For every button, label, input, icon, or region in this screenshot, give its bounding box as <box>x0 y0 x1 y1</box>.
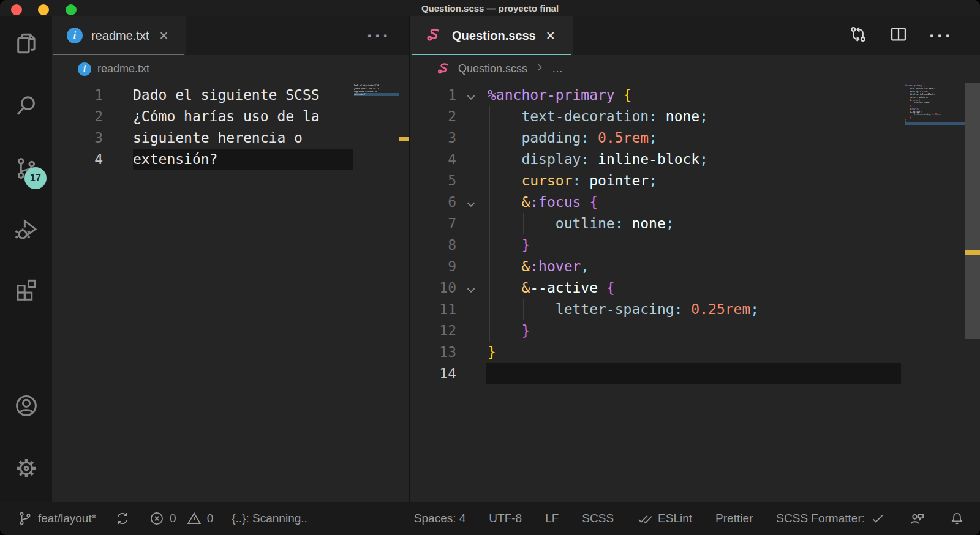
run-debug-icon[interactable] <box>12 215 41 244</box>
close-tab-icon[interactable]: ✕ <box>157 29 170 43</box>
git-branch-icon <box>17 511 33 526</box>
breadcrumb-left[interactable]: i readme.txt <box>52 55 409 83</box>
tab-bar-right: Question.scss ✕ ··· <box>410 16 980 55</box>
info-file-icon: i <box>78 62 91 76</box>
code-line[interactable]: 13} <box>410 342 980 363</box>
line-number: 5 <box>410 170 456 192</box>
breadcrumb-right[interactable]: Question.scss … <box>410 55 980 83</box>
scss-formatter-status[interactable]: SCSS Formatter: <box>776 511 886 526</box>
scrollbar-vertical[interactable] <box>965 83 980 339</box>
overview-ruler-marker <box>399 137 409 141</box>
code-line[interactable]: 4 display: inline-block; <box>410 149 980 170</box>
breadcrumb-item[interactable]: readme.txt <box>97 62 149 75</box>
errors-icon <box>149 511 165 526</box>
minimap-content: Dado el siguiente SCSS¿Cómo harías uso d… <box>354 84 360 96</box>
line-number: 2 <box>52 106 103 127</box>
code-text: ¿Cómo harías uso de la <box>133 106 320 127</box>
minimap-right[interactable]: %anchor-primary { text-decoration: none;… <box>905 84 965 384</box>
tab-label: readme.txt <box>91 29 149 43</box>
code-text: &--active { <box>488 277 615 299</box>
indentation-status[interactable]: Spaces: 4 <box>414 512 466 525</box>
code-text: extensión? <box>133 149 217 170</box>
code-line[interactable]: 14 <box>410 363 980 384</box>
editor-question-scss[interactable]: 1%anchor-primary {2 text-decoration: non… <box>410 83 980 502</box>
code-line[interactable]: 3 padding: 0.5rem; <box>410 127 980 149</box>
close-tab-icon[interactable]: ✕ <box>545 29 557 43</box>
code-text: siguiente herencia o <box>133 127 303 149</box>
sync-icon <box>115 511 130 526</box>
eslint-scanning-status[interactable]: {..}: Scanning.. <box>232 512 307 525</box>
code-line[interactable]: 1%anchor-primary { <box>410 84 980 106</box>
open-changes-icon[interactable] <box>848 24 868 47</box>
eol-status[interactable]: LF <box>545 512 559 525</box>
code-text: text-decoration: none; <box>488 106 708 127</box>
sync-button[interactable] <box>115 511 130 526</box>
breadcrumb-item[interactable]: … <box>552 62 563 75</box>
split-editor-icon[interactable] <box>889 24 908 47</box>
info-file-icon: i <box>67 28 83 43</box>
breadcrumb-item[interactable]: Question.scss <box>458 62 527 75</box>
explorer-icon[interactable] <box>12 29 41 58</box>
code-line[interactable]: 6 &:focus { <box>410 192 980 213</box>
maximize-window-button[interactable] <box>66 4 77 15</box>
minimize-window-button[interactable] <box>38 4 49 15</box>
encoding-status[interactable]: UTF-8 <box>489 512 522 525</box>
vscode-window: Question.scss — proyecto final 17 <box>0 0 980 535</box>
code-line[interactable]: 11 letter-spacing: 0.25rem; <box>410 299 980 320</box>
accounts-icon[interactable] <box>12 391 41 421</box>
notifications-button[interactable] <box>949 511 965 527</box>
code-line[interactable]: 5 cursor: pointer; <box>410 170 980 192</box>
tab-question-scss[interactable]: Question.scss ✕ <box>410 16 573 55</box>
overview-ruler-marker <box>965 250 980 255</box>
close-window-button[interactable] <box>11 4 22 15</box>
code-text: outline: none; <box>488 213 674 234</box>
search-icon[interactable] <box>12 91 41 121</box>
branch-status[interactable]: feat/layout* <box>17 511 96 526</box>
code-text: } <box>488 320 530 342</box>
line-number: 3 <box>410 127 456 149</box>
code-text: padding: 0.5rem; <box>488 127 657 149</box>
code-line[interactable]: 9 &:hover, <box>410 256 980 277</box>
current-line-highlight <box>486 363 901 384</box>
minimap-content: %anchor-primary { text-decoration: none;… <box>905 84 913 125</box>
feedback-button[interactable] <box>909 511 925 527</box>
prettier-status[interactable]: Prettier <box>715 512 753 525</box>
source-control-badge: 17 <box>24 167 47 189</box>
check-all-icon <box>637 511 653 526</box>
problems-status[interactable]: 0 0 <box>149 511 213 526</box>
line-number: 10 <box>410 277 456 299</box>
editor-readme[interactable]: 1Dado el siguiente SCSS2¿Cómo harías uso… <box>52 83 409 502</box>
code-line[interactable]: 12 } <box>410 320 980 342</box>
code-line[interactable]: 10 &--active { <box>410 277 980 299</box>
code-line[interactable]: 2 text-decoration: none; <box>410 106 980 127</box>
line-number: 6 <box>410 192 456 213</box>
code-text: cursor: pointer; <box>488 170 657 192</box>
language-mode-status[interactable]: SCSS <box>582 512 614 525</box>
eslint-status[interactable]: ESLint <box>637 511 692 526</box>
line-number: 3 <box>52 127 103 149</box>
minimap-left[interactable]: Dado el siguiente SCSS¿Cómo harías uso d… <box>354 84 399 170</box>
line-number: 1 <box>52 84 103 106</box>
tab-readme-txt[interactable]: i readme.txt ✕ <box>52 16 186 55</box>
more-actions-icon[interactable]: ··· <box>929 31 953 40</box>
warnings-icon <box>186 511 202 526</box>
line-number: 8 <box>410 234 456 256</box>
check-icon <box>870 511 886 526</box>
tab-bar-left: i readme.txt ✕ ··· <box>52 16 409 55</box>
code-text: letter-spacing: 0.25rem; <box>488 299 759 320</box>
more-actions-icon[interactable]: ··· <box>367 31 391 40</box>
line-number: 7 <box>410 213 456 234</box>
chevron-right-icon <box>533 61 546 77</box>
settings-gear-icon[interactable] <box>12 454 41 483</box>
line-number: 2 <box>410 106 456 127</box>
active-tab-indicator <box>53 54 184 56</box>
code-line[interactable]: 8 } <box>410 234 980 256</box>
code-text: } <box>488 342 496 363</box>
code-line[interactable]: 7 outline: none; <box>410 213 980 234</box>
bell-icon <box>949 511 965 527</box>
editor-group-right: Question.scss ✕ ··· Q <box>410 16 980 502</box>
window-title: Question.scss — proyecto final <box>421 3 559 13</box>
code-text: &:hover, <box>488 256 589 277</box>
extensions-icon[interactable] <box>12 275 41 304</box>
line-number: 14 <box>410 363 456 384</box>
